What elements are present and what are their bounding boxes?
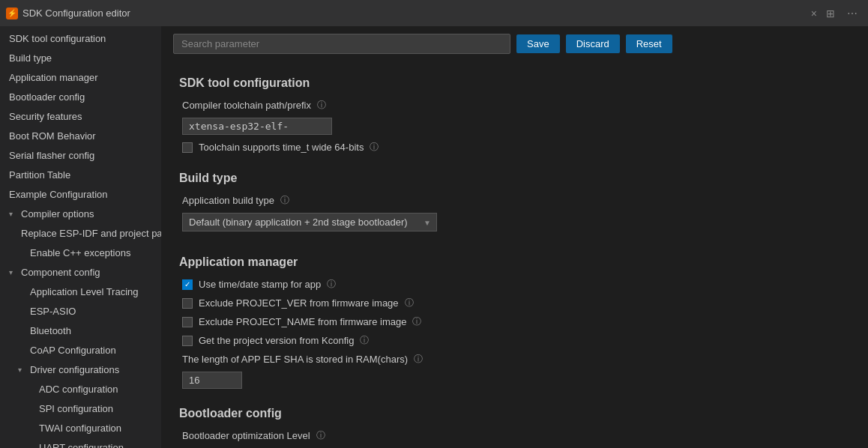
sidebar-item-esp-asio[interactable]: ESP-ASIO [0, 302, 161, 321]
sidebar-item-label-bluetooth: Bluetooth [30, 323, 71, 339]
more-actions-button[interactable]: ⋯ [843, 4, 862, 22]
compiler-toolchain-input[interactable] [182, 118, 332, 135]
sidebar-item-label-serial-flasher-config: Serial flasher config [9, 148, 94, 164]
sidebar-item-label-example-configuration: Example Configuration [9, 187, 108, 203]
sidebar-item-label-boot-rom-behavior: Boot ROM Behavior [9, 128, 96, 145]
sidebar-item-label-twai-config: TWAI configuration [39, 420, 121, 437]
use-timestamp-checkbox[interactable] [182, 279, 193, 290]
sidebar-item-spi-config[interactable]: SPI configuration [0, 399, 161, 419]
sidebar-item-label-replace-esp-idf: Replace ESP-IDF and project paths in bin… [21, 225, 161, 242]
discard-button[interactable]: Discard [566, 34, 620, 53]
sidebar-item-label-compiler-options: Compiler options [21, 206, 94, 223]
title-bar-text: SDK Configuration editor [22, 7, 807, 19]
sidebar-item-twai-config[interactable]: TWAI configuration [0, 419, 161, 438]
sidebar-item-label-driver-configs: Driver configurations [30, 362, 119, 378]
sidebar-item-label-app-level-tracing: Application Level Tracing [30, 284, 139, 300]
get-project-version-label: Get the project version from Kconfig [199, 335, 354, 346]
app-build-type-label: Application build type [182, 195, 274, 206]
bootloader-opt-info-icon: ⓘ [316, 429, 325, 442]
get-project-version-row: Get the project version from Kconfig ⓘ [179, 334, 850, 347]
sidebar-item-enable-cpp[interactable]: Enable C++ exceptions [0, 243, 161, 263]
main-content: SDK tool configuration Compiler toolchai… [161, 61, 868, 448]
content-area: Save Discard Reset SDK tool configuratio… [161, 26, 868, 448]
sidebar-item-boot-rom-behavior[interactable]: Boot ROM Behavior [0, 127, 161, 146]
sidebar-item-sdk-tool-config[interactable]: SDK tool configuration [0, 29, 161, 49]
app-build-type-info-icon: ⓘ [280, 194, 289, 207]
build-type-title: Build type [179, 172, 850, 185]
toolchain-64bit-info-icon: ⓘ [370, 141, 379, 154]
sidebar-item-replace-esp-idf[interactable]: Replace ESP-IDF and project paths in bin… [0, 224, 161, 243]
application-manager-title: Application manager [179, 255, 850, 269]
app-build-type-row: Application build type ⓘ [179, 194, 850, 207]
title-bar: ⚡ SDK Configuration editor × ⊞ ⋯ [0, 0, 868, 26]
sidebar-item-application-manager[interactable]: Application manager [0, 68, 161, 88]
exclude-project-ver-checkbox[interactable] [182, 298, 193, 309]
search-bar: Save Discard Reset [161, 26, 868, 61]
component-config-arrow-icon: ▾ [9, 264, 18, 281]
exclude-project-name-label: Exclude PROJECT_NAME from firmware image [199, 316, 406, 327]
compiler-toolchain-label: Compiler toolchain path/prefix [182, 100, 311, 111]
elf-sha-input[interactable] [182, 372, 242, 389]
sidebar-item-driver-configs[interactable]: ▾Driver configurations [0, 360, 161, 380]
sidebar-item-uart-config[interactable]: UART configuration [0, 438, 161, 448]
compiler-toolchain-row: Compiler toolchain path/prefix ⓘ [179, 99, 850, 112]
sidebar-item-label-application-manager: Application manager [9, 70, 98, 86]
use-timestamp-row: Use time/date stamp for app ⓘ [179, 278, 850, 291]
app-icon: ⚡ [6, 7, 18, 19]
sidebar-item-component-config[interactable]: ▾Component config [0, 263, 161, 282]
sidebar-item-bootloader-config[interactable]: Bootloader config [0, 88, 161, 107]
app-build-type-select[interactable]: Default (binary application + 2nd stage … [182, 213, 437, 231]
sidebar-item-adc-config[interactable]: ADC configuration [0, 380, 161, 399]
sidebar-item-label-adc-config: ADC configuration [39, 381, 118, 398]
sidebar-item-label-build-type: Build type [9, 50, 52, 67]
bootloader-config-title: Bootloader config [179, 407, 850, 420]
exclude-project-name-row: Exclude PROJECT_NAME from firmware image… [179, 315, 850, 328]
compiler-options-arrow-icon: ▾ [9, 206, 18, 223]
bootloader-opt-row: Bootloader optimization Level ⓘ [179, 429, 850, 442]
sidebar-item-label-component-config: Component config [21, 264, 100, 281]
toolchain-64bit-checkbox[interactable] [182, 142, 193, 153]
search-input[interactable] [173, 34, 510, 54]
sidebar-item-compiler-options[interactable]: ▾Compiler options [0, 205, 161, 224]
sidebar-item-label-enable-cpp: Enable C++ exceptions [30, 245, 130, 261]
close-tab-button[interactable]: × [807, 6, 822, 21]
get-project-version-info-icon: ⓘ [360, 334, 369, 347]
sidebar-item-partition-table[interactable]: Partition Table [0, 166, 161, 185]
sidebar-item-label-coap-config: CoAP Configuration [30, 342, 116, 359]
main-layout: SDK tool configurationBuild typeApplicat… [0, 26, 868, 448]
toolchain-64bit-label: Toolchain supports time_t wide 64-bits [199, 142, 364, 153]
sidebar-item-label-uart-config: UART configuration [39, 440, 124, 448]
sdk-tool-config-title: SDK tool configuration [179, 76, 850, 90]
elf-sha-info-icon: ⓘ [414, 353, 423, 366]
use-timestamp-info-icon: ⓘ [327, 278, 336, 291]
elf-sha-row: The length of APP ELF SHA is stored in R… [179, 353, 850, 366]
sidebar-item-label-bootloader-config: Bootloader config [9, 89, 85, 106]
sidebar-item-bluetooth[interactable]: Bluetooth [0, 321, 161, 341]
app-build-type-select-wrapper: Default (binary application + 2nd stage … [182, 213, 437, 231]
title-bar-actions: ⊞ ⋯ [822, 4, 862, 22]
sidebar-item-serial-flasher-config[interactable]: Serial flasher config [0, 146, 161, 166]
exclude-project-name-info-icon: ⓘ [412, 315, 421, 328]
split-editor-button[interactable]: ⊞ [822, 4, 840, 22]
sidebar: SDK tool configurationBuild typeApplicat… [0, 26, 161, 448]
save-button[interactable]: Save [516, 34, 560, 53]
driver-configs-arrow-icon: ▾ [18, 362, 27, 378]
sidebar-item-coap-config[interactable]: CoAP Configuration [0, 341, 161, 360]
sidebar-item-label-sdk-tool-config: SDK tool configuration [9, 31, 106, 47]
bootloader-opt-label: Bootloader optimization Level [182, 430, 310, 441]
exclude-project-ver-row: Exclude PROJECT_VER from firmware image … [179, 297, 850, 309]
sidebar-item-label-spi-config: SPI configuration [39, 401, 113, 417]
sidebar-item-example-configuration[interactable]: Example Configuration [0, 185, 161, 205]
exclude-project-name-checkbox[interactable] [182, 317, 193, 327]
sidebar-item-build-type[interactable]: Build type [0, 49, 161, 68]
sidebar-item-security-features[interactable]: Security features [0, 107, 161, 127]
compiler-toolchain-info-icon: ⓘ [317, 99, 326, 112]
get-project-version-checkbox[interactable] [182, 336, 193, 346]
exclude-project-ver-label: Exclude PROJECT_VER from firmware image [199, 297, 399, 309]
reset-button[interactable]: Reset [626, 34, 672, 53]
sidebar-item-app-level-tracing[interactable]: Application Level Tracing [0, 282, 161, 302]
exclude-project-ver-info-icon: ⓘ [405, 297, 414, 309]
elf-sha-label: The length of APP ELF SHA is stored in R… [182, 354, 408, 365]
sidebar-item-label-partition-table: Partition Table [9, 167, 70, 184]
sidebar-item-label-esp-asio: ESP-ASIO [30, 303, 76, 320]
